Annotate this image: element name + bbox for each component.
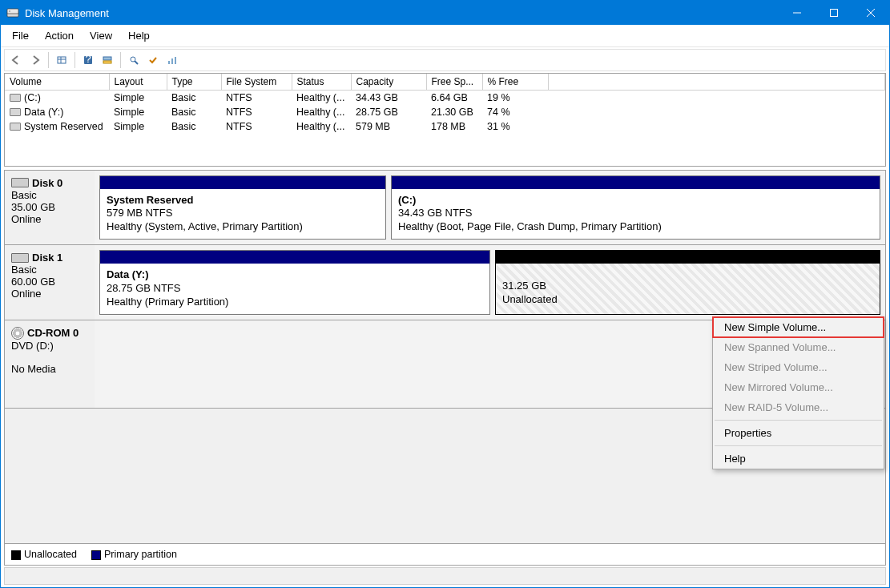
col-status[interactable]: Status — [292, 74, 351, 90]
maximize-button[interactable] — [815, 1, 852, 25]
col-pctfree[interactable]: % Free — [482, 74, 548, 90]
menu-bar: File Action View Help — [1, 25, 889, 47]
ctx-separator — [715, 420, 882, 421]
volume-row[interactable]: (C:)SimpleBasicNTFSHealthy (...34.43 GB6… — [5, 90, 885, 105]
menu-help[interactable]: Help — [120, 26, 158, 45]
col-free[interactable]: Free Sp... — [426, 74, 482, 90]
partition-system-reserved[interactable]: System Reserved 579 MB NTFS Healthy (Sys… — [99, 175, 386, 240]
volume-list[interactable]: Volume Layout Type File System Status Ca… — [4, 73, 886, 167]
view-list-icon[interactable] — [53, 51, 70, 69]
settings-icon[interactable] — [125, 51, 143, 69]
ctx-new-raid5-volume: New RAID-5 Volume... — [713, 397, 884, 417]
partition-data-y[interactable]: Data (Y:) 28.75 GB NTFS Healthy (Primary… — [99, 250, 490, 315]
volume-header-row[interactable]: Volume Layout Type File System Status Ca… — [5, 74, 885, 90]
ctx-properties[interactable]: Properties — [713, 423, 884, 443]
svg-point-2 — [9, 10, 10, 12]
col-type[interactable]: Type — [167, 74, 221, 90]
check-icon[interactable] — [144, 51, 162, 69]
status-bar — [4, 567, 886, 585]
svg-rect-13 — [103, 61, 111, 63]
menu-action[interactable]: Action — [37, 26, 82, 45]
disk-icon — [11, 253, 29, 263]
volume-row[interactable]: System ReservedSimpleBasicNTFSHealthy (.… — [5, 119, 885, 134]
title-bar: Disk Management — [1, 1, 889, 25]
disk-header-0[interactable]: Disk 0 Basic 35.00 GB Online — [5, 171, 95, 245]
volume-icon — [10, 108, 21, 116]
col-spacer — [548, 74, 885, 90]
legend-unallocated: Unallocated — [11, 549, 77, 560]
partition-header-bar — [100, 251, 489, 264]
legend: Unallocated Primary partition — [5, 543, 885, 565]
col-capacity[interactable]: Capacity — [351, 74, 426, 90]
disk-header-cdrom[interactable]: CD-ROM 0 DVD (D:) No Media — [5, 320, 95, 408]
disk-row-0[interactable]: Disk 0 Basic 35.00 GB Online System Rese… — [5, 171, 885, 246]
svg-rect-18 — [175, 57, 176, 64]
layout-icon[interactable] — [99, 51, 116, 69]
partition-unallocated[interactable]: 31.25 GB Unallocated — [495, 250, 880, 315]
ctx-new-striped-volume: New Striped Volume... — [713, 357, 884, 377]
legend-primary-partition: Primary partition — [91, 549, 177, 560]
svg-rect-17 — [171, 58, 173, 64]
svg-text:?: ? — [85, 54, 91, 65]
volume-icon — [10, 123, 21, 131]
disk-icon — [11, 178, 29, 187]
context-menu: New Simple Volume... New Spanned Volume.… — [712, 316, 884, 469]
svg-line-15 — [135, 61, 138, 64]
cdrom-icon — [11, 327, 24, 340]
partition-header-bar — [496, 251, 880, 264]
menu-view[interactable]: View — [82, 26, 120, 45]
close-button[interactable] — [852, 1, 889, 25]
partition-header-bar — [392, 176, 880, 189]
minimize-button[interactable] — [779, 1, 815, 25]
help-icon[interactable]: ? — [79, 51, 97, 69]
app-icon — [6, 6, 20, 20]
partition-header-bar — [100, 176, 385, 189]
ctx-new-simple-volume[interactable]: New Simple Volume... — [712, 316, 884, 338]
volume-row[interactable]: Data (Y:)SimpleBasicNTFSHealthy (...28.7… — [5, 105, 885, 119]
svg-rect-7 — [58, 57, 66, 63]
forward-button[interactable] — [26, 51, 44, 69]
ctx-separator — [715, 445, 882, 446]
disk-header-1[interactable]: Disk 1 Basic 60.00 GB Online — [5, 245, 95, 320]
col-fs[interactable]: File System — [221, 74, 292, 90]
partition-c[interactable]: (C:) 34.43 GB NTFS Healthy (Boot, Page F… — [391, 175, 880, 240]
svg-rect-16 — [168, 61, 170, 64]
svg-rect-4 — [831, 10, 838, 17]
ctx-new-spanned-volume: New Spanned Volume... — [713, 337, 884, 357]
volume-icon — [10, 94, 21, 102]
menu-file[interactable]: File — [4, 26, 37, 45]
chart-icon[interactable] — [163, 51, 181, 69]
toolbar: ? — [4, 49, 886, 71]
ctx-new-mirrored-volume: New Mirrored Volume... — [713, 377, 884, 397]
ctx-help[interactable]: Help — [713, 449, 884, 469]
svg-rect-12 — [103, 57, 111, 60]
window-title: Disk Management — [25, 7, 109, 19]
disk-row-1[interactable]: Disk 1 Basic 60.00 GB Online Data (Y:) 2… — [5, 245, 885, 320]
col-volume[interactable]: Volume — [5, 74, 109, 90]
col-layout[interactable]: Layout — [109, 74, 167, 90]
svg-rect-1 — [7, 9, 18, 14]
back-button[interactable] — [7, 51, 25, 69]
